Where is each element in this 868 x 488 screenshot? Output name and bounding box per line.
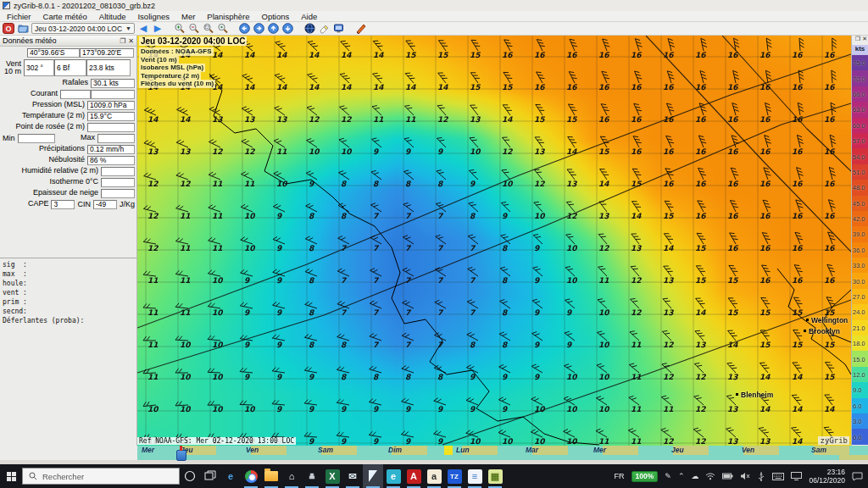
acrobat-glyph: A (407, 469, 421, 484)
float-scale-icon[interactable]: ❐ (855, 36, 860, 45)
onedrive-icon[interactable]: ☁ (691, 472, 698, 480)
menu-item-altitude[interactable]: Altitude (99, 12, 126, 21)
timeline-segment[interactable] (849, 446, 868, 455)
task-view-button[interactable] (200, 464, 220, 488)
keyboard-icon[interactable] (772, 473, 784, 480)
timeline-segment[interactable] (287, 446, 322, 455)
pan-left-button[interactable] (239, 23, 251, 34)
zoom-in-button[interactable] (174, 23, 186, 34)
zoom-out-button[interactable] (188, 23, 200, 34)
humidity-value (101, 167, 135, 176)
tz-icon[interactable]: TZ (444, 464, 465, 488)
longitude-value: 173°09.20'E (80, 48, 134, 58)
monitor-tray-icon[interactable] (791, 472, 802, 480)
quit-button[interactable]: O (3, 23, 14, 34)
pan-down-button[interactable] (282, 23, 294, 34)
edge-icon[interactable]: e (220, 464, 241, 488)
acrobat-icon[interactable]: A (403, 464, 424, 488)
zygrib-icon[interactable] (363, 464, 383, 488)
timeline-slider-handle[interactable] (176, 450, 186, 461)
timeline-segment[interactable] (638, 446, 674, 455)
toolbar: O Jeu 03-12-2020 04:00 LOC ▼ ◀ ▶ (0, 22, 868, 36)
scale-unit-label: kts (852, 45, 868, 55)
current-dir-value (60, 90, 91, 99)
cortana-button[interactable] (180, 464, 200, 488)
timeline[interactable]: MerJeuVenSamDimLunMarMerJeuVenSam (137, 446, 868, 455)
printer-icon[interactable]: 🖶 (302, 464, 322, 488)
edge-beta-icon[interactable]: e (383, 464, 403, 488)
menu-bar: FichierCarte météoAltitudeIsolignesMerPl… (0, 11, 868, 22)
notes-icon[interactable]: a (424, 464, 444, 488)
temperature-label: Température (2 m) (0, 112, 87, 119)
display-options-button[interactable] (333, 23, 345, 34)
isotherm-label: Isotherme 0°C (0, 178, 101, 186)
scale-stop: 42.0 (852, 211, 868, 226)
taskbar-search[interactable]: Rechercher (22, 468, 180, 485)
chrome-icon[interactable] (241, 464, 261, 488)
file-explorer-icon[interactable] (261, 464, 281, 488)
zoom-fit-button[interactable] (217, 23, 229, 34)
zoom-select-button[interactable] (203, 23, 214, 34)
zoom-select-icon (203, 23, 214, 34)
scale-stop: 27.0 (852, 289, 868, 304)
timeline-day-label: Ven (742, 446, 754, 455)
wifi-icon[interactable] (705, 472, 715, 480)
datetime-select[interactable]: Jeu 03-12-2020 04:00 LOC ▼ (31, 23, 135, 34)
scale-stop: 54.0 (852, 148, 868, 164)
isotherm-value (101, 178, 135, 187)
search-placeholder: Rechercher (42, 472, 84, 481)
printer-glyph: 🖶 (305, 469, 320, 484)
max-label: Max (55, 134, 97, 141)
pen-button[interactable] (355, 23, 367, 34)
scale-stop: 0.0 (852, 429, 868, 444)
eraser-icon (319, 23, 330, 34)
language-indicator[interactable]: FR (615, 472, 625, 480)
battery-status[interactable]: 100% (632, 471, 659, 482)
edge-glyph: e (224, 469, 238, 484)
zoom-in-icon (174, 23, 185, 34)
city-label-wellington: Wellington (811, 316, 848, 324)
eraser-button[interactable] (319, 23, 331, 34)
window-title: zyGrib-8.0.1 - 20201202_081030_grb.bz2 (14, 2, 155, 10)
open-file-button[interactable] (17, 23, 29, 34)
map-legend: Données : NOAA-GFSVent (10 m)Isobares MS… (139, 47, 215, 88)
city-label-blenheim: Blenheim (741, 391, 773, 399)
close-scale-icon[interactable]: ✕ (862, 36, 867, 45)
menu-item-isolignes[interactable]: Isolignes (137, 12, 170, 21)
globe-button[interactable] (304, 23, 316, 34)
mail-icon[interactable]: ✉ (342, 464, 363, 488)
date-value: 06/12/2020 (809, 476, 845, 485)
document-icon[interactable]: ≡ (465, 464, 485, 488)
clock[interactable]: 23:16 06/12/2020 (809, 468, 845, 485)
previous-timestep-button[interactable]: ◀ (137, 23, 149, 34)
menu-item-mer[interactable]: Mer (181, 12, 195, 21)
pen-tray-icon[interactable]: ✎ (665, 472, 671, 480)
next-timestep-button[interactable]: ▶ (152, 23, 164, 34)
battery-icon[interactable] (722, 473, 733, 480)
menu-item-options[interactable]: Options (262, 12, 290, 21)
timeline-segment[interactable] (709, 446, 744, 455)
weather-map[interactable]: Jeu 03-12-2020 04:00 LOC Données : NOAA-… (137, 36, 851, 446)
precipitation-label: Précipitations (0, 145, 87, 152)
action-center-icon[interactable] (852, 472, 863, 481)
wind-field-canvas[interactable] (137, 36, 851, 446)
store-icon[interactable]: ⌂ (281, 464, 302, 488)
float-panel-icon[interactable]: ❐ (120, 37, 125, 45)
start-button[interactable] (0, 464, 22, 488)
menu-item-carte-m-t-o[interactable]: Carte météo (43, 12, 87, 21)
menu-item-planisph-re[interactable]: Planisphère (207, 12, 249, 21)
publisher-icon[interactable]: ▦ (485, 464, 505, 488)
close-panel-icon[interactable]: ✕ (128, 37, 134, 45)
timeline-segment[interactable] (603, 446, 638, 455)
hidden-icons-chevron[interactable]: ⌃ (678, 472, 685, 480)
usb-icon[interactable] (757, 472, 765, 481)
timeline-segment[interactable] (779, 446, 815, 455)
menu-item-fichier[interactable]: Fichier (7, 12, 31, 21)
timeline-segment[interactable] (357, 446, 392, 455)
menu-item-aide[interactable]: Aide (301, 12, 317, 21)
excel-icon[interactable]: X (322, 464, 342, 488)
pan-right-button[interactable] (253, 23, 265, 34)
pan-up-button[interactable] (268, 23, 280, 34)
volume-muted-icon[interactable] (740, 472, 750, 480)
timeline-day-label: Mer (142, 446, 154, 455)
